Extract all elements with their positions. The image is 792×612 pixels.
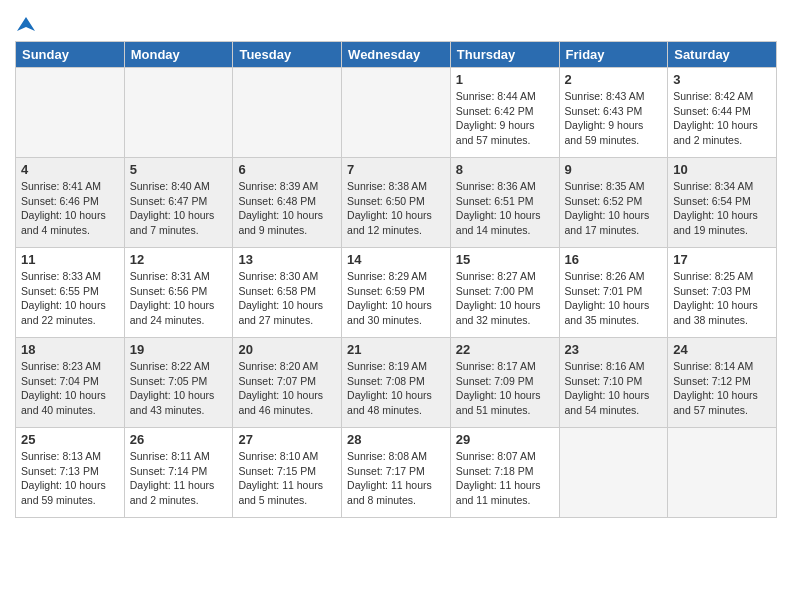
day-info: Sunrise: 8:11 AM Sunset: 7:14 PM Dayligh… bbox=[130, 449, 228, 508]
day-number: 9 bbox=[565, 162, 663, 177]
day-info: Sunrise: 8:16 AM Sunset: 7:10 PM Dayligh… bbox=[565, 359, 663, 418]
day-info: Sunrise: 8:13 AM Sunset: 7:13 PM Dayligh… bbox=[21, 449, 119, 508]
day-number: 14 bbox=[347, 252, 445, 267]
logo-bird-icon bbox=[17, 15, 35, 33]
day-number: 10 bbox=[673, 162, 771, 177]
calendar-day-cell: 28Sunrise: 8:08 AM Sunset: 7:17 PM Dayli… bbox=[342, 428, 451, 518]
day-info: Sunrise: 8:34 AM Sunset: 6:54 PM Dayligh… bbox=[673, 179, 771, 238]
weekday-header-wednesday: Wednesday bbox=[342, 42, 451, 68]
day-info: Sunrise: 8:41 AM Sunset: 6:46 PM Dayligh… bbox=[21, 179, 119, 238]
weekday-header-row: SundayMondayTuesdayWednesdayThursdayFrid… bbox=[16, 42, 777, 68]
calendar-day-cell: 5Sunrise: 8:40 AM Sunset: 6:47 PM Daylig… bbox=[124, 158, 233, 248]
day-number: 22 bbox=[456, 342, 554, 357]
day-info: Sunrise: 8:20 AM Sunset: 7:07 PM Dayligh… bbox=[238, 359, 336, 418]
day-info: Sunrise: 8:17 AM Sunset: 7:09 PM Dayligh… bbox=[456, 359, 554, 418]
day-info: Sunrise: 8:14 AM Sunset: 7:12 PM Dayligh… bbox=[673, 359, 771, 418]
calendar-day-cell: 17Sunrise: 8:25 AM Sunset: 7:03 PM Dayli… bbox=[668, 248, 777, 338]
day-number: 11 bbox=[21, 252, 119, 267]
calendar-day-cell: 27Sunrise: 8:10 AM Sunset: 7:15 PM Dayli… bbox=[233, 428, 342, 518]
day-number: 19 bbox=[130, 342, 228, 357]
calendar-day-cell: 18Sunrise: 8:23 AM Sunset: 7:04 PM Dayli… bbox=[16, 338, 125, 428]
day-info: Sunrise: 8:43 AM Sunset: 6:43 PM Dayligh… bbox=[565, 89, 663, 148]
day-number: 26 bbox=[130, 432, 228, 447]
calendar-day-cell: 19Sunrise: 8:22 AM Sunset: 7:05 PM Dayli… bbox=[124, 338, 233, 428]
weekday-header-friday: Friday bbox=[559, 42, 668, 68]
calendar-day-cell: 8Sunrise: 8:36 AM Sunset: 6:51 PM Daylig… bbox=[450, 158, 559, 248]
day-info: Sunrise: 8:31 AM Sunset: 6:56 PM Dayligh… bbox=[130, 269, 228, 328]
day-number: 3 bbox=[673, 72, 771, 87]
weekday-header-sunday: Sunday bbox=[16, 42, 125, 68]
day-number: 7 bbox=[347, 162, 445, 177]
calendar-day-cell: 26Sunrise: 8:11 AM Sunset: 7:14 PM Dayli… bbox=[124, 428, 233, 518]
svg-marker-0 bbox=[17, 17, 35, 31]
day-number: 4 bbox=[21, 162, 119, 177]
calendar-week-row: 18Sunrise: 8:23 AM Sunset: 7:04 PM Dayli… bbox=[16, 338, 777, 428]
calendar-day-cell: 16Sunrise: 8:26 AM Sunset: 7:01 PM Dayli… bbox=[559, 248, 668, 338]
day-number: 18 bbox=[21, 342, 119, 357]
day-info: Sunrise: 8:26 AM Sunset: 7:01 PM Dayligh… bbox=[565, 269, 663, 328]
calendar-day-cell bbox=[342, 68, 451, 158]
day-number: 20 bbox=[238, 342, 336, 357]
day-info: Sunrise: 8:19 AM Sunset: 7:08 PM Dayligh… bbox=[347, 359, 445, 418]
day-info: Sunrise: 8:07 AM Sunset: 7:18 PM Dayligh… bbox=[456, 449, 554, 508]
calendar-day-cell: 3Sunrise: 8:42 AM Sunset: 6:44 PM Daylig… bbox=[668, 68, 777, 158]
day-info: Sunrise: 8:39 AM Sunset: 6:48 PM Dayligh… bbox=[238, 179, 336, 238]
day-number: 21 bbox=[347, 342, 445, 357]
calendar-day-cell bbox=[16, 68, 125, 158]
calendar-day-cell: 13Sunrise: 8:30 AM Sunset: 6:58 PM Dayli… bbox=[233, 248, 342, 338]
day-info: Sunrise: 8:33 AM Sunset: 6:55 PM Dayligh… bbox=[21, 269, 119, 328]
day-number: 15 bbox=[456, 252, 554, 267]
day-number: 1 bbox=[456, 72, 554, 87]
day-info: Sunrise: 8:22 AM Sunset: 7:05 PM Dayligh… bbox=[130, 359, 228, 418]
header bbox=[15, 10, 777, 33]
day-info: Sunrise: 8:35 AM Sunset: 6:52 PM Dayligh… bbox=[565, 179, 663, 238]
day-info: Sunrise: 8:44 AM Sunset: 6:42 PM Dayligh… bbox=[456, 89, 554, 148]
day-number: 23 bbox=[565, 342, 663, 357]
calendar-week-row: 4Sunrise: 8:41 AM Sunset: 6:46 PM Daylig… bbox=[16, 158, 777, 248]
day-number: 5 bbox=[130, 162, 228, 177]
weekday-header-thursday: Thursday bbox=[450, 42, 559, 68]
calendar-day-cell: 6Sunrise: 8:39 AM Sunset: 6:48 PM Daylig… bbox=[233, 158, 342, 248]
day-info: Sunrise: 8:08 AM Sunset: 7:17 PM Dayligh… bbox=[347, 449, 445, 508]
day-number: 28 bbox=[347, 432, 445, 447]
day-number: 27 bbox=[238, 432, 336, 447]
day-info: Sunrise: 8:23 AM Sunset: 7:04 PM Dayligh… bbox=[21, 359, 119, 418]
day-number: 8 bbox=[456, 162, 554, 177]
day-number: 25 bbox=[21, 432, 119, 447]
calendar-day-cell bbox=[668, 428, 777, 518]
day-number: 29 bbox=[456, 432, 554, 447]
calendar-day-cell: 11Sunrise: 8:33 AM Sunset: 6:55 PM Dayli… bbox=[16, 248, 125, 338]
calendar-day-cell: 23Sunrise: 8:16 AM Sunset: 7:10 PM Dayli… bbox=[559, 338, 668, 428]
calendar-week-row: 11Sunrise: 8:33 AM Sunset: 6:55 PM Dayli… bbox=[16, 248, 777, 338]
calendar-week-row: 25Sunrise: 8:13 AM Sunset: 7:13 PM Dayli… bbox=[16, 428, 777, 518]
day-number: 24 bbox=[673, 342, 771, 357]
day-number: 17 bbox=[673, 252, 771, 267]
day-number: 13 bbox=[238, 252, 336, 267]
calendar-day-cell: 20Sunrise: 8:20 AM Sunset: 7:07 PM Dayli… bbox=[233, 338, 342, 428]
day-info: Sunrise: 8:10 AM Sunset: 7:15 PM Dayligh… bbox=[238, 449, 336, 508]
calendar-day-cell bbox=[559, 428, 668, 518]
calendar-day-cell: 4Sunrise: 8:41 AM Sunset: 6:46 PM Daylig… bbox=[16, 158, 125, 248]
calendar-day-cell bbox=[233, 68, 342, 158]
day-number: 16 bbox=[565, 252, 663, 267]
logo bbox=[15, 10, 35, 33]
day-info: Sunrise: 8:40 AM Sunset: 6:47 PM Dayligh… bbox=[130, 179, 228, 238]
calendar-day-cell bbox=[124, 68, 233, 158]
calendar-day-cell: 22Sunrise: 8:17 AM Sunset: 7:09 PM Dayli… bbox=[450, 338, 559, 428]
calendar-table: SundayMondayTuesdayWednesdayThursdayFrid… bbox=[15, 41, 777, 518]
day-number: 12 bbox=[130, 252, 228, 267]
weekday-header-monday: Monday bbox=[124, 42, 233, 68]
day-info: Sunrise: 8:36 AM Sunset: 6:51 PM Dayligh… bbox=[456, 179, 554, 238]
calendar-day-cell: 15Sunrise: 8:27 AM Sunset: 7:00 PM Dayli… bbox=[450, 248, 559, 338]
calendar-day-cell: 12Sunrise: 8:31 AM Sunset: 6:56 PM Dayli… bbox=[124, 248, 233, 338]
calendar-day-cell: 14Sunrise: 8:29 AM Sunset: 6:59 PM Dayli… bbox=[342, 248, 451, 338]
calendar-day-cell: 25Sunrise: 8:13 AM Sunset: 7:13 PM Dayli… bbox=[16, 428, 125, 518]
calendar-day-cell: 9Sunrise: 8:35 AM Sunset: 6:52 PM Daylig… bbox=[559, 158, 668, 248]
day-info: Sunrise: 8:25 AM Sunset: 7:03 PM Dayligh… bbox=[673, 269, 771, 328]
calendar-day-cell: 1Sunrise: 8:44 AM Sunset: 6:42 PM Daylig… bbox=[450, 68, 559, 158]
day-info: Sunrise: 8:42 AM Sunset: 6:44 PM Dayligh… bbox=[673, 89, 771, 148]
day-info: Sunrise: 8:30 AM Sunset: 6:58 PM Dayligh… bbox=[238, 269, 336, 328]
day-number: 2 bbox=[565, 72, 663, 87]
day-info: Sunrise: 8:38 AM Sunset: 6:50 PM Dayligh… bbox=[347, 179, 445, 238]
calendar-week-row: 1Sunrise: 8:44 AM Sunset: 6:42 PM Daylig… bbox=[16, 68, 777, 158]
